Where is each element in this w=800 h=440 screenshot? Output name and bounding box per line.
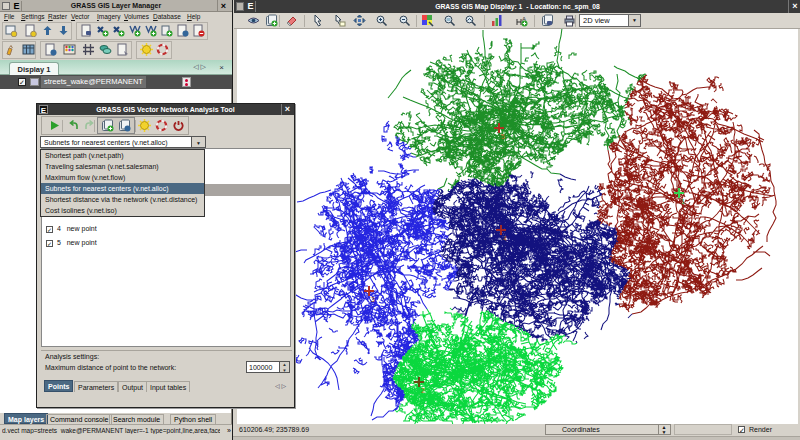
svg-text:1: 1	[681, 198, 685, 205]
svg-text:3: 3	[371, 296, 375, 303]
svg-text:5: 5	[501, 133, 505, 140]
svg-text:2: 2	[421, 387, 425, 394]
svg-text:4: 4	[503, 235, 507, 242]
